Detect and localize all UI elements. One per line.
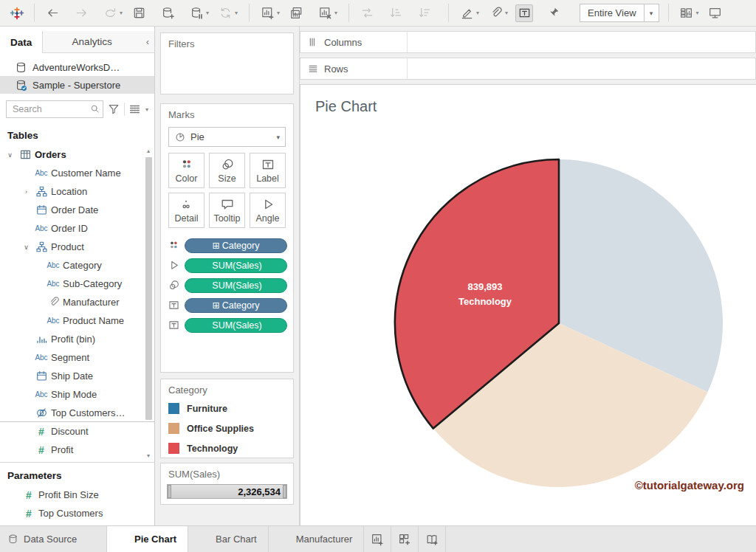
toolbar-button[interactable] (356, 4, 384, 22)
chevron-down-icon[interactable]: ▾ (276, 134, 280, 141)
field-row[interactable]: # Quantity (0, 459, 154, 462)
dropdown-caret[interactable]: ▾ (120, 10, 125, 16)
toolbar-button[interactable] (704, 4, 732, 22)
toolbar-button[interactable]: ▾ (185, 4, 213, 22)
mark-property-button[interactable]: Label (250, 153, 286, 188)
datasource-add-icon[interactable] (159, 4, 176, 22)
new-worksheet-icon[interactable] (364, 526, 391, 552)
field-row[interactable]: Ship Date (0, 367, 154, 385)
toolbar-button[interactable] (157, 4, 185, 22)
label-t-icon[interactable] (515, 4, 533, 22)
dropdown-caret[interactable]: ▾ (206, 10, 211, 16)
field-pill[interactable]: SUM(Sales) (185, 318, 287, 333)
toolbar-button[interactable]: ▾ (484, 4, 512, 22)
field-row[interactable]: # Discount (0, 422, 154, 441)
chevron-down-icon[interactable]: ▾ (644, 4, 659, 21)
field-row[interactable]: Abc Order ID (0, 219, 154, 238)
scroll-down-icon[interactable]: ▾ (144, 452, 153, 460)
legend-swatch[interactable] (168, 443, 179, 454)
dropdown-caret[interactable]: ▾ (476, 10, 481, 16)
presentation-icon[interactable] (707, 4, 724, 22)
replay-icon[interactable] (101, 4, 119, 22)
fit-selector[interactable]: Entire View ▾ (580, 4, 659, 22)
parameter-row[interactable]: # Top Customers (0, 504, 154, 522)
field-row[interactable]: ∨ Product (0, 238, 154, 256)
field-row[interactable]: Manufacturer (0, 293, 154, 311)
legend-item[interactable]: Technology (161, 438, 293, 458)
toolbar-button[interactable] (41, 4, 69, 22)
sheet-tab[interactable]: Bar Chart (188, 526, 269, 552)
slider-handle-left[interactable] (168, 485, 171, 498)
field-row[interactable]: › Location (0, 182, 154, 201)
collapse-panel-icon[interactable]: ‹ (141, 31, 154, 52)
toolbar-button[interactable] (285, 4, 313, 22)
toolbar-button[interactable] (385, 4, 413, 22)
save-icon[interactable] (130, 4, 148, 22)
tableau-logo-icon[interactable] (6, 3, 28, 24)
dropdown-caret[interactable]: ▾ (235, 10, 240, 16)
sort-ascending-icon[interactable] (387, 4, 405, 22)
expand-pill-icon[interactable]: ⊞ (213, 300, 220, 311)
field-pill[interactable]: SUM(Sales) (185, 278, 287, 293)
field-row[interactable]: # Profit (0, 441, 154, 459)
field-row[interactable]: Abc Ship Mode (0, 385, 154, 404)
legend-swatch[interactable] (168, 403, 179, 414)
toolbar-button[interactable]: ▾ (99, 4, 127, 22)
mark-property-button[interactable]: Angle (250, 193, 286, 228)
sheet-tab[interactable]: Data Source (0, 526, 107, 552)
filters-card[interactable]: Filters (160, 32, 294, 94)
fit-selector-value[interactable]: Entire View (580, 7, 644, 18)
scroll-up-icon[interactable]: ▴ (144, 147, 153, 156)
mark-property-button[interactable]: Color (168, 153, 205, 188)
parameter-row[interactable]: # Profit Bin Size (0, 486, 154, 504)
rows-shelf-body[interactable] (408, 58, 755, 79)
toolbar-button[interactable]: ▾ (676, 4, 704, 22)
forward-arrow-icon[interactable] (72, 4, 90, 22)
field-pill[interactable]: ⊞ Category (185, 238, 287, 253)
chevron-down-icon[interactable]: ▾ (145, 106, 148, 113)
toolbar-button[interactable]: ▾ (256, 4, 284, 22)
dropdown-caret[interactable]: ▾ (505, 10, 510, 16)
back-arrow-icon[interactable] (44, 4, 61, 22)
new-worksheet-icon[interactable] (258, 4, 276, 22)
filter-fields-icon[interactable] (107, 103, 120, 116)
show-cards-icon[interactable] (678, 4, 695, 22)
mark-property-button[interactable]: Detail (168, 193, 205, 228)
legend-item[interactable]: Office Supplies (161, 418, 293, 438)
toolbar-button[interactable]: ▾ (214, 4, 242, 22)
field-row[interactable]: Abc Category (0, 256, 154, 275)
pie-chart[interactable] (300, 85, 756, 526)
field-pill[interactable]: SUM(Sales) (185, 258, 287, 273)
expander-icon[interactable]: › (21, 188, 32, 196)
dropdown-caret[interactable]: ▾ (696, 10, 701, 16)
new-story-icon[interactable] (419, 526, 446, 552)
tab-data[interactable]: Data (0, 31, 43, 53)
field-row[interactable]: ∨ Orders (0, 145, 154, 164)
dropdown-caret[interactable]: ▾ (277, 10, 282, 16)
view-data-grid-icon[interactable] (128, 103, 142, 116)
tab-analytics[interactable]: Analytics (43, 31, 141, 52)
legend-swatch[interactable] (168, 423, 179, 434)
scrollbar-thumb[interactable] (145, 157, 152, 420)
sheet-tab[interactable]: Manufacturer (269, 526, 365, 552)
rows-shelf[interactable]: Rows (300, 58, 756, 80)
refresh-icon[interactable] (216, 4, 234, 22)
expander-icon[interactable]: ∨ (4, 151, 16, 159)
datasource-pause-icon[interactable] (188, 4, 205, 22)
field-row[interactable]: Abc Product Name (0, 311, 154, 330)
toolbar-button[interactable] (542, 4, 570, 22)
field-row[interactable]: Abc Sub-Category (0, 275, 154, 293)
sales-range-slider[interactable]: 2,326,534 (167, 484, 287, 499)
paperclip-icon[interactable] (487, 4, 504, 22)
slider-handle-right[interactable] (283, 485, 286, 498)
field-row[interactable]: Order Date (0, 201, 154, 219)
toolbar-button[interactable] (70, 4, 98, 22)
fields-scrollbar[interactable]: ▴ ▾ (144, 145, 153, 462)
clear-sheet-icon[interactable] (316, 4, 334, 22)
expand-pill-icon[interactable]: ⊞ (213, 241, 220, 251)
new-dashboard-icon[interactable] (391, 526, 419, 552)
field-row[interactable]: Abc Segment (0, 348, 154, 367)
mark-property-button[interactable]: Tooltip (209, 193, 245, 228)
field-pill[interactable]: ⊞ Category (185, 298, 287, 313)
field-row[interactable]: Top Customers… (0, 404, 154, 422)
